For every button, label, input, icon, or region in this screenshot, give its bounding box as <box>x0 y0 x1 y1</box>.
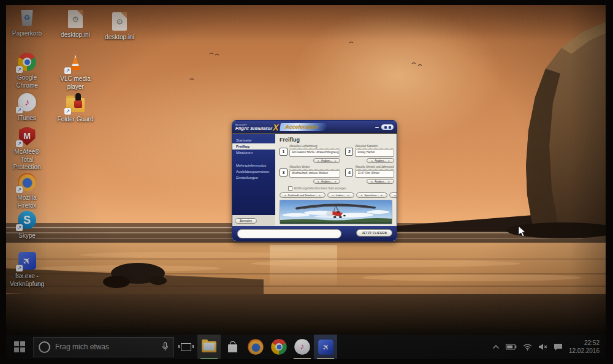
shortcut-arrow-icon: ↗ <box>16 265 23 271</box>
task-view-icon <box>181 343 191 351</box>
desktop-icon-fsx[interactable]: ✈↗ fsx.exe - Verknüpfung <box>7 250 47 288</box>
fsx-logo-title: Flight Simulator <box>235 126 272 131</box>
icon-label: Skype <box>18 232 36 240</box>
page-title: Freiflug <box>280 137 392 143</box>
restore-icon[interactable] <box>384 126 387 129</box>
shortcut-arrow-icon: ↗ <box>16 107 23 113</box>
panel-weather: 3 Aktuelles Wetter Wechselhaft, lockere … <box>280 165 340 184</box>
guard-hat <box>75 93 81 100</box>
minimize-icon[interactable] <box>375 127 379 128</box>
icon-label: fsx.exe - Verknüpfung <box>7 273 47 288</box>
search-placeholder: Frag mich etwas <box>55 343 157 351</box>
tray-chevron-icon[interactable] <box>492 344 500 349</box>
windows-logo-icon <box>14 341 25 352</box>
desktop-icon-firefox[interactable]: ↗ Mozilla Firefox <box>7 172 47 210</box>
sidebar-item-ausbildungszentrum[interactable]: Ausbildungszentrum <box>232 169 275 175</box>
save-button[interactable]: Speichern... <box>356 192 387 198</box>
ini-file-icon: ⚙ <box>112 12 127 31</box>
checkbox-label: Eröffnungsbildschirm beim Start anzeigen <box>294 187 346 190</box>
panel-location: 2 Aktueller Standort Friday Harbor Änder… <box>345 145 394 163</box>
panel-label: Aktuelle Uhrzeit und Jahreszeit <box>355 165 394 170</box>
desktop-icon-recycle-bin[interactable]: ♻ Papierkorb <box>7 7 47 38</box>
fly-now-button[interactable]: JETZT FLIEGEN <box>356 229 392 237</box>
change-aircraft-button[interactable]: Ändern... <box>313 158 341 163</box>
window-controls[interactable] <box>381 124 394 130</box>
icon-label: desktop.ini <box>105 34 134 42</box>
icon-label: Google Chrome <box>7 74 47 89</box>
taskbar-chrome[interactable] <box>267 335 291 359</box>
file-explorer-icon <box>202 341 216 352</box>
fuel-payload-button[interactable]: Kraftstoff und Nutzlast... <box>280 192 326 198</box>
change-location-button[interactable]: Ändern... <box>367 158 394 163</box>
aircraft-preview <box>280 200 392 224</box>
desktop: ♻ Papierkorb ⚙ desktop.ini ⚙ desktop.ini… <box>6 5 606 359</box>
sidebar-item-startseite[interactable]: Startseite <box>232 137 275 143</box>
music-note-glyph: ♪ <box>300 342 305 351</box>
start-button[interactable] <box>6 335 33 359</box>
desktop-icon-folder-guard[interactable]: ↗ Folder Guard <box>53 93 98 124</box>
panel-number-badge: 4 <box>345 169 353 176</box>
search-input[interactable]: Frag mich etwas <box>33 337 174 357</box>
icon-label: Folder Guard <box>58 116 94 124</box>
sidebar-item-missionen[interactable]: Missionen <box>232 150 275 156</box>
gear-icon: ⚙ <box>72 15 79 24</box>
flight-planner-button[interactable]: Flugplaner... <box>389 192 397 198</box>
tray-clock[interactable]: 22:52 12.02.2016 <box>569 339 600 355</box>
microphone-icon[interactable] <box>162 342 169 352</box>
desktop-icon-mcafee[interactable]: M↗ McAfee® Total Protection <box>7 126 47 172</box>
taskbar-itunes[interactable]: ♪ <box>291 335 314 359</box>
taskbar-fsx[interactable]: ✈ <box>314 335 337 359</box>
startup-checkbox[interactable]: Eröffnungsbildschirm beim Start anzeigen <box>288 186 392 191</box>
panel-value: AirCreation 582SL Ultraleichtflugzeug <box>289 150 340 157</box>
panel-number-badge: 1 <box>280 148 287 156</box>
fsx-content: Freiflug 1 Aktuelles Luftfahrzeug AirCre… <box>275 134 397 226</box>
battery-icon[interactable] <box>506 344 517 350</box>
fsx-status-bar <box>237 229 341 238</box>
sidebar-item-mehrspielermodus[interactable]: Mehrspielermodus <box>232 162 275 169</box>
panel-aircraft: 1 Aktuelles Luftfahrzeug AirCreation 582… <box>280 145 340 163</box>
desktop-icon-itunes[interactable]: ♪↗ iTunes <box>7 92 47 123</box>
checkbox-icon[interactable] <box>288 186 292 191</box>
fsx-sidebar: Startseite Freiflug Missionen Mehrspiele… <box>232 134 275 226</box>
icon-label: McAfee® Total Protection <box>7 148 47 172</box>
task-view-button[interactable] <box>174 335 197 359</box>
taskbar: Frag mich etwas ♪ ✈ 22:52 12.02.2016 <box>6 335 606 359</box>
chrome-icon <box>271 339 287 355</box>
fsx-logo-edition: Acceleration <box>280 123 327 131</box>
desktop-icon-vlc[interactable]: ↗ VLC media player <box>53 53 98 91</box>
music-note-glyph: ♪ <box>25 97 29 108</box>
shortcut-arrow-icon: ↗ <box>16 224 23 231</box>
desktop-icon-desktop-ini-1[interactable]: ⚙ desktop.ini <box>53 9 98 39</box>
shortcut-arrow-icon: ↗ <box>16 186 23 193</box>
change-weather-button[interactable]: Ändern... <box>313 179 341 184</box>
action-center-icon[interactable] <box>554 343 563 351</box>
wifi-icon[interactable] <box>523 344 532 351</box>
panel-time-season: 4 Aktuelle Uhrzeit und Jahreszeit 11:47 … <box>345 165 394 184</box>
exit-button[interactable]: Beenden <box>235 218 257 224</box>
gear-icon: ⚙ <box>116 17 123 26</box>
close-icon[interactable] <box>389 126 391 129</box>
desktop-icon-skype[interactable]: S↗ Skype <box>7 210 47 240</box>
change-time-button[interactable]: Ändern... <box>367 179 394 184</box>
load-button[interactable]: Laden... <box>327 192 354 198</box>
taskbar-store[interactable] <box>221 335 244 359</box>
fsx-window: Microsoft® Flight Simulator X Accelerati… <box>232 120 397 241</box>
icon-label: desktop.ini <box>61 31 90 39</box>
itunes-icon: ♪ <box>294 339 310 355</box>
recycle-bin-icon: ♻ <box>20 10 34 26</box>
shortcut-arrow-icon: ↗ <box>16 140 23 147</box>
desktop-icon-desktop-ini-2[interactable]: ⚙ desktop.ini <box>98 11 141 42</box>
shortcut-arrow-icon: ↗ <box>16 66 23 73</box>
sidebar-item-freiflug[interactable]: Freiflug <box>232 143 275 150</box>
skype-s-glyph: S <box>23 214 31 227</box>
cortana-icon <box>39 341 50 353</box>
volume-muted-icon[interactable] <box>538 343 547 351</box>
taskbar-firefox[interactable] <box>244 335 267 359</box>
fsx-titlebar[interactable]: Microsoft® Flight Simulator X Accelerati… <box>232 121 397 134</box>
panel-value: Friday Harbor <box>355 150 394 157</box>
taskbar-file-explorer[interactable] <box>197 335 221 359</box>
sidebar-item-einstellungen[interactable]: Einstellungen <box>232 175 275 181</box>
panel-label: Aktueller Standort <box>355 145 394 149</box>
desktop-icon-chrome[interactable]: ↗ Google Chrome <box>7 51 47 89</box>
clock-date: 12.02.2016 <box>569 347 600 355</box>
